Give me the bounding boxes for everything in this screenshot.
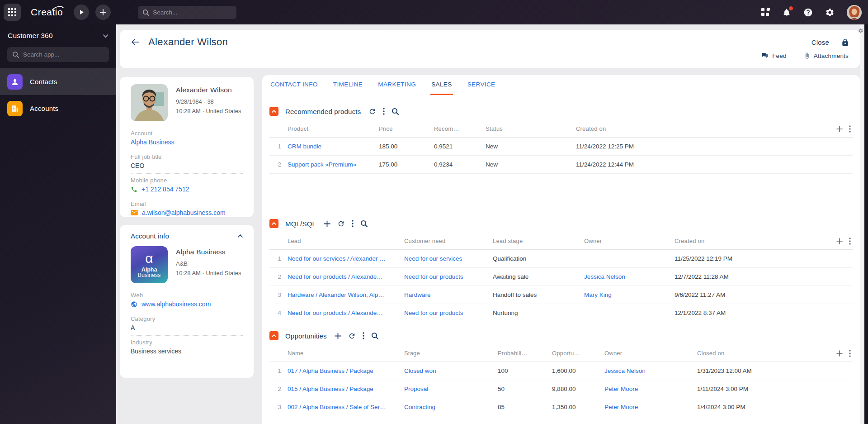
table-row[interactable]: 2 Need for our products / Alexande… Need…	[269, 268, 853, 286]
app-search-input[interactable]	[23, 51, 100, 58]
add-row-icon[interactable]	[836, 126, 843, 132]
table-row[interactable]: 2 Support pack «Premium» 175.00 0.9234 N…	[269, 156, 853, 174]
column-opportunity-amount[interactable]: Opportu…	[552, 350, 604, 357]
column-name[interactable]: Name	[288, 350, 404, 357]
stage-link[interactable]: Contracting	[404, 404, 498, 410]
product-link[interactable]: CRM bundle	[288, 143, 379, 150]
sidebar-item-contacts[interactable]: Contacts	[0, 68, 116, 95]
column-stage[interactable]: Stage	[404, 350, 498, 357]
column-created-on[interactable]: Created on	[675, 238, 853, 244]
column-created-on[interactable]: Created on	[576, 125, 853, 132]
add-row-icon[interactable]	[836, 238, 843, 244]
tab-contact-info[interactable]: CONTACT INFO	[269, 75, 319, 95]
column-owner[interactable]: Owner	[584, 238, 675, 244]
column-product[interactable]: Product	[288, 125, 379, 132]
column-lead-stage[interactable]: Lead stage	[493, 238, 584, 244]
kebab-menu-icon[interactable]	[352, 220, 354, 227]
tab-service[interactable]: SERVICE	[467, 75, 496, 95]
customer-need-link[interactable]: Hardware	[404, 291, 493, 298]
notifications-icon[interactable]	[782, 8, 791, 17]
refresh-icon[interactable]	[348, 332, 356, 340]
account-link[interactable]: Alpha Business	[131, 138, 243, 146]
stage-link[interactable]: Proposal	[404, 386, 498, 392]
lock-icon[interactable]	[842, 38, 849, 46]
table-row[interactable]: 1 Need for our services / Alexander … Ne…	[269, 250, 853, 268]
table-row[interactable]: 3 002 / Alpha Business / Sale of Ser… Co…	[269, 398, 853, 416]
owner-link[interactable]: Mary King	[584, 291, 675, 298]
run-process-button[interactable]	[74, 5, 89, 20]
help-icon[interactable]	[803, 8, 813, 17]
kebab-menu-icon[interactable]	[383, 108, 385, 115]
opportunity-link[interactable]: 002 / Alpha Business / Sale of Ser…	[288, 404, 404, 410]
owner-link[interactable]: Peter Moore	[604, 404, 697, 410]
column-closed-on[interactable]: Closed on	[697, 350, 853, 357]
back-button[interactable]	[131, 38, 139, 46]
column-owner[interactable]: Owner	[604, 350, 697, 357]
email-link[interactable]: a.wilson@alphabusiness.com	[131, 209, 243, 216]
section-collapse-icon[interactable]	[269, 331, 278, 340]
lead-stage-cell: Handoff to sales	[493, 291, 584, 298]
sidebar-item-accounts[interactable]: Accounts	[0, 95, 116, 122]
kebab-menu-icon[interactable]	[849, 238, 851, 245]
table-row[interactable]: 4 Need for our products / Alexande… Need…	[269, 304, 853, 322]
table-row[interactable]: 1 017 / Alpha Business / Package Closed …	[269, 362, 853, 380]
lead-link[interactable]: Need for our products / Alexande…	[288, 310, 404, 316]
customer-need-link[interactable]: Need for our products	[404, 310, 493, 316]
app-launcher-icon[interactable]	[4, 4, 21, 21]
kebab-menu-icon[interactable]	[849, 125, 851, 133]
account-logo[interactable]: α Alpha Business	[131, 246, 168, 283]
section-collapse-icon[interactable]	[269, 219, 278, 228]
kebab-menu-icon[interactable]	[849, 350, 851, 357]
customer-need-link[interactable]: Need for our services	[404, 255, 493, 262]
lead-link[interactable]: Need for our products / Alexande…	[288, 273, 404, 280]
add-row-icon[interactable]	[836, 350, 843, 357]
column-lead[interactable]: Lead	[288, 238, 404, 244]
contact-photo[interactable]	[131, 84, 168, 121]
lead-link[interactable]: Hardware / Alexander Wilson, Alp…	[288, 291, 404, 298]
table-row[interactable]: 2 015 / Alpha Business / Package Proposa…	[269, 380, 853, 398]
search-icon[interactable]	[371, 332, 378, 339]
web-link[interactable]: www.alphabusiness.com	[131, 300, 243, 308]
app-search[interactable]	[7, 47, 109, 62]
owner-link[interactable]: Peter Moore	[604, 386, 697, 392]
column-probability[interactable]: Probabili…	[498, 350, 552, 357]
global-search-input[interactable]	[153, 9, 225, 16]
column-price[interactable]: Price	[379, 125, 434, 132]
column-customer-need[interactable]: Customer need	[404, 238, 493, 244]
product-link[interactable]: Support pack «Premium»	[288, 161, 379, 168]
add-icon[interactable]	[324, 220, 330, 227]
column-status[interactable]: Status	[486, 125, 576, 132]
user-avatar[interactable]	[847, 5, 862, 20]
table-row[interactable]: 3 Hardware / Alexander Wilson, Alp… Hard…	[269, 286, 853, 304]
global-search[interactable]	[138, 6, 236, 19]
tab-sales[interactable]: SALES	[430, 75, 453, 95]
right-rail[interactable]	[860, 24, 864, 424]
table-row[interactable]: 1 CRM bundle 185.00 0.9521 New 11/24/202…	[269, 138, 853, 156]
quick-add-button[interactable]	[95, 5, 111, 20]
refresh-icon[interactable]	[368, 108, 376, 115]
tab-timeline[interactable]: TIMELINE	[332, 75, 363, 95]
customer-need-link[interactable]: Need for our products	[404, 273, 493, 280]
owner-link[interactable]: Jessica Nelson	[604, 367, 697, 374]
attachments-button[interactable]: Attachments	[804, 52, 849, 59]
feed-button[interactable]: Feed	[761, 52, 787, 59]
search-icon[interactable]	[360, 220, 368, 227]
workplace-selector[interactable]: Customer 360	[0, 24, 116, 45]
kebab-menu-icon[interactable]	[363, 332, 364, 339]
section-collapse-icon[interactable]	[269, 107, 278, 116]
system-settings-icon[interactable]	[825, 8, 835, 17]
column-recommendation[interactable]: Recom…	[434, 125, 486, 132]
close-button[interactable]: Close	[811, 38, 829, 46]
mobile-phone-link[interactable]: +1 212 854 7512	[131, 186, 243, 193]
opportunity-link[interactable]: 015 / Alpha Business / Package	[288, 386, 404, 392]
lead-link[interactable]: Need for our services / Alexander …	[288, 255, 404, 262]
search-icon[interactable]	[392, 108, 399, 115]
collapse-icon[interactable]	[238, 234, 243, 238]
owner-link[interactable]: Jessica Nelson	[584, 273, 675, 280]
marketplace-icon[interactable]	[761, 8, 770, 17]
add-icon[interactable]	[335, 333, 341, 339]
refresh-icon[interactable]	[337, 220, 345, 228]
tab-marketing[interactable]: MARKETING	[377, 75, 417, 95]
stage-link[interactable]: Closed won	[404, 367, 498, 374]
opportunity-link[interactable]: 017 / Alpha Business / Package	[288, 367, 404, 374]
